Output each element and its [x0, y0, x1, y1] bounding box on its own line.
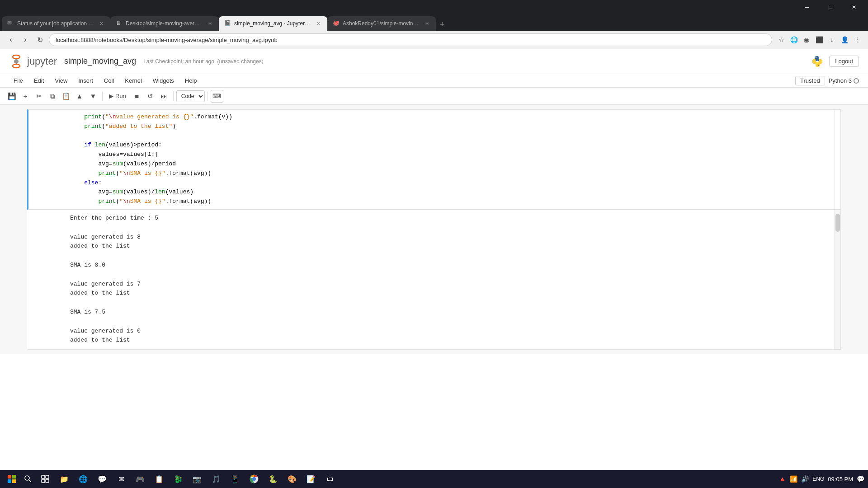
taskbar-chrome[interactable]: [245, 471, 263, 487]
output-line-blank-1: [70, 223, 829, 233]
start-button[interactable]: [4, 471, 20, 487]
code-cell: print("\nvalue generated is {}".format(v…: [27, 109, 841, 210]
scrollbar-thumb[interactable]: [835, 214, 840, 232]
address-bar-row: ‹ › ↻ localhost:8888/notebooks/Desktop/s…: [0, 31, 868, 49]
run-icon: ▶: [109, 93, 113, 99]
restart-button[interactable]: ↺: [144, 90, 157, 103]
copy-button[interactable]: ⧉: [46, 90, 59, 103]
tab4-close[interactable]: ✕: [423, 20, 430, 27]
menu-view[interactable]: View: [50, 75, 72, 86]
address-input[interactable]: localhost:8888/notebooks/Desktop/simple-…: [49, 33, 772, 46]
svg-rect-6: [12, 475, 16, 479]
taskbar-jupyter[interactable]: 🐍: [264, 471, 282, 487]
back-button[interactable]: ‹: [5, 34, 16, 45]
browser-tab-2[interactable]: 🖥 Desktop/simple-moving-averag... ✕: [110, 16, 219, 31]
notification-icon[interactable]: 🔺: [778, 475, 786, 483]
task-view-button[interactable]: [36, 471, 54, 487]
code-line-1: print("\nvalue generated is {}".format(v…: [70, 113, 829, 122]
taskbar-photos[interactable]: 📋: [150, 471, 168, 487]
svg-rect-14: [46, 479, 49, 483]
menu-kernel[interactable]: Kernel: [120, 75, 146, 86]
output-line-4: SMA is 8.0: [70, 261, 829, 270]
code-line-6: print("\nSMA is {}".format(avg)): [70, 169, 829, 178]
language-label[interactable]: ENG: [812, 476, 824, 482]
more-icon[interactable]: ⋮: [852, 34, 863, 45]
cell-type-select[interactable]: Code: [176, 90, 205, 102]
taskbar-camera[interactable]: 📷: [188, 471, 206, 487]
search-button[interactable]: [21, 472, 35, 486]
code-line-5: avg=sum(values)/period: [70, 160, 829, 169]
taskbar-media[interactable]: 🎵: [207, 471, 225, 487]
taskbar-store[interactable]: 💬: [93, 471, 111, 487]
menu-edit[interactable]: Edit: [29, 75, 48, 86]
move-down-button[interactable]: ▼: [87, 90, 99, 103]
logout-button[interactable]: Logout: [829, 56, 859, 67]
taskbar-ps[interactable]: 🎨: [283, 471, 301, 487]
taskbar-clock[interactable]: 09:05 PM: [828, 476, 853, 483]
menu-file[interactable]: File: [9, 75, 28, 86]
volume-icon[interactable]: 🔊: [801, 475, 809, 483]
taskbar-edge[interactable]: 🌐: [74, 471, 92, 487]
taskbar-code[interactable]: 📝: [302, 471, 320, 487]
tab3-close[interactable]: ✕: [315, 20, 322, 27]
taskbar-right: 🔺 📶 🔊 ENG 09:05 PM 💬: [778, 475, 864, 483]
browser-tab-3[interactable]: 📓 simple_moving_avg - Jupyter No... ✕: [219, 16, 327, 31]
chrome-icon[interactable]: ◉: [801, 34, 812, 45]
restart-run-button[interactable]: ⏭: [158, 90, 170, 103]
tab1-close[interactable]: ✕: [98, 20, 105, 27]
run-button[interactable]: ▶ Run: [105, 90, 130, 103]
menu-cell[interactable]: Cell: [99, 75, 118, 86]
add-cell-button[interactable]: +: [19, 90, 32, 103]
notification-center[interactable]: 💬: [857, 475, 864, 483]
browser-tab-4[interactable]: 🐙 AshokReddy01/simple-moving-a... ✕: [327, 16, 436, 31]
taskbar-explorer2[interactable]: 🗂: [321, 471, 339, 487]
taskbar-xbox[interactable]: 🎮: [131, 471, 149, 487]
code-cell-scrollbar[interactable]: [834, 110, 840, 209]
menu-help[interactable]: Help: [180, 75, 202, 86]
browser-tab-1[interactable]: ✉ Status of your job application ha... ✕: [2, 16, 110, 31]
network-icon[interactable]: 📶: [790, 475, 797, 483]
close-button[interactable]: ✕: [844, 0, 864, 14]
url-text: localhost:8888/notebooks/Desktop/simple-…: [56, 37, 278, 43]
code-line-3: if len(values)>period:: [70, 141, 829, 150]
taskbar: 📁 🌐 💬 ✉ 🎮 📋 🐉 📷 🎵 📱 🐍 🎨 📝 🗂 🔺 📶 🔊 ENG 09…: [0, 470, 868, 488]
move-up-button[interactable]: ▲: [73, 90, 86, 103]
tab2-close[interactable]: ✕: [206, 20, 213, 27]
kernel-status-circle: [854, 78, 859, 84]
keyboard-shortcuts-button[interactable]: ⌨: [211, 90, 223, 103]
cut-button[interactable]: ✂: [33, 90, 45, 103]
forward-button[interactable]: ›: [20, 34, 31, 45]
minimize-button[interactable]: ─: [797, 0, 817, 14]
menu-bar: File Edit View Insert Cell Kernel Widget…: [0, 74, 868, 88]
taskbar-paint[interactable]: 🐉: [169, 471, 187, 487]
menu-widgets[interactable]: Widgets: [148, 75, 179, 86]
code-cell-content[interactable]: print("\nvalue generated is {}".format(v…: [65, 110, 834, 209]
stop-button[interactable]: ■: [131, 90, 143, 103]
output-line-blank-3: [70, 270, 829, 280]
jupyter-header-right: Logout: [811, 55, 859, 68]
reload-button[interactable]: ↻: [34, 34, 45, 45]
svg-point-3: [816, 57, 816, 58]
maximize-button[interactable]: □: [820, 0, 841, 14]
extensions-icon[interactable]: ⬛: [814, 34, 825, 45]
edge-icon[interactable]: 🌐: [788, 34, 799, 45]
output-cell-scrollbar[interactable]: [834, 210, 840, 349]
menu-insert[interactable]: Insert: [74, 75, 98, 86]
paste-button[interactable]: 📋: [60, 90, 72, 103]
new-tab-button[interactable]: +: [436, 18, 448, 31]
downloads-icon[interactable]: ↓: [826, 34, 837, 45]
svg-rect-13: [42, 479, 45, 483]
bookmark-icon[interactable]: ☆: [776, 34, 787, 45]
taskbar-mail[interactable]: ✉: [112, 471, 130, 487]
tab2-favicon: 🖥: [116, 20, 123, 27]
profile-icon[interactable]: 👤: [839, 34, 850, 45]
output-line-2: value generated is 8: [70, 233, 829, 242]
output-line-blank-2: [70, 251, 829, 261]
taskbar-phone[interactable]: 📱: [226, 471, 244, 487]
notebook-name[interactable]: simple_moving_avg: [64, 56, 136, 66]
jupyter-logo-icon: [9, 54, 24, 69]
svg-rect-11: [42, 475, 45, 479]
taskbar-explorer[interactable]: 📁: [55, 471, 73, 487]
trusted-button[interactable]: Trusted: [795, 76, 825, 85]
save-button[interactable]: 💾: [5, 90, 18, 103]
